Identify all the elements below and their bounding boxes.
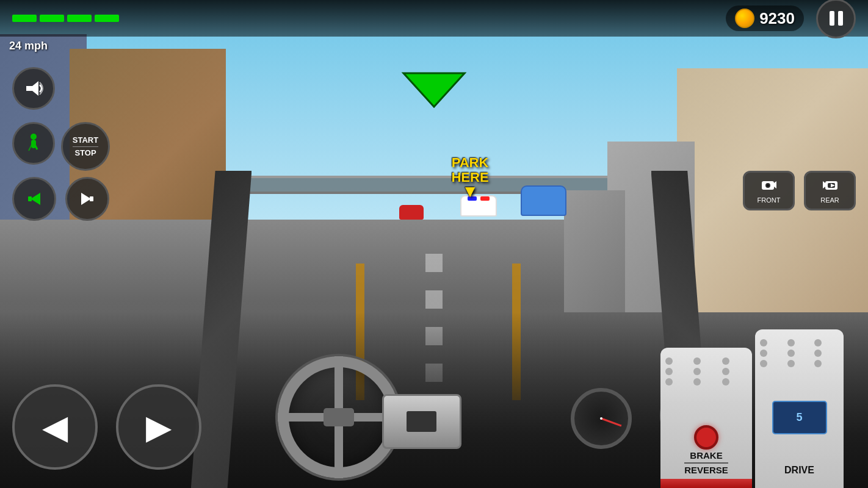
svg-point-13 <box>767 184 769 187</box>
rear-camera-label: REAR <box>820 196 839 204</box>
center-console-block <box>382 394 461 449</box>
steering-controls: ◀ ▶ <box>12 384 201 470</box>
drive-pedal-texture <box>755 334 844 372</box>
drive-indicator-display: 5 <box>772 401 827 434</box>
svg-marker-6 <box>31 193 40 205</box>
health-bar-2 <box>40 15 64 22</box>
pause-button[interactable] <box>816 0 856 38</box>
rear-camera-button[interactable]: REAR <box>804 171 856 210</box>
svg-rect-7 <box>28 196 32 201</box>
score-value: 9230 <box>759 9 795 28</box>
start-stop-button[interactable]: START STOP <box>61 122 110 171</box>
svg-marker-15 <box>823 181 825 188</box>
red-car <box>399 205 424 220</box>
drive-dot-8 <box>787 360 795 367</box>
rear-camera-icon <box>822 178 839 195</box>
drive-dot-3 <box>814 339 822 346</box>
svg-marker-0 <box>403 73 465 107</box>
dot-5 <box>693 368 701 375</box>
steering-center-hub <box>324 408 354 426</box>
dot-9 <box>722 378 729 386</box>
dot-3 <box>722 357 729 365</box>
front-camera-icon <box>761 178 778 195</box>
pause-icon <box>830 11 843 26</box>
health-bar-1 <box>12 15 37 22</box>
speed-display: 24 mph <box>9 40 48 52</box>
health-bar-container <box>12 15 119 22</box>
svg-marker-8 <box>81 193 91 205</box>
drive-dot-9 <box>814 360 822 367</box>
building-right-3 <box>564 190 625 312</box>
dot-4 <box>665 368 673 375</box>
dot-8 <box>693 378 701 386</box>
steer-left-icon: ◀ <box>42 407 68 447</box>
right-turn-button[interactable] <box>65 177 109 221</box>
speedometer <box>571 388 632 449</box>
left-turn-button[interactable] <box>12 177 56 221</box>
health-bar-3 <box>67 15 92 22</box>
brake-label: BRAKE REVERSE <box>684 450 728 477</box>
nav-arrow-indicator <box>397 67 471 112</box>
steer-right-button[interactable]: ▶ <box>116 384 201 470</box>
horn-button[interactable] <box>12 67 55 110</box>
front-camera-button[interactable]: FRONT <box>743 171 795 210</box>
steer-left-button[interactable]: ◀ <box>12 384 98 470</box>
brake-reverse-pedal[interactable]: BRAKE REVERSE <box>660 348 752 488</box>
camera-buttons: FRONT REAR <box>743 171 856 210</box>
pause-bar-2 <box>838 11 843 26</box>
drive-label: DRIVE <box>784 464 814 476</box>
road-right-line <box>512 264 521 400</box>
svg-point-2 <box>31 134 37 140</box>
svg-marker-11 <box>774 181 776 188</box>
top-hud: 9230 <box>0 0 868 37</box>
pedals-container: BRAKE REVERSE 5 DRIVE <box>660 323 868 488</box>
road-center-line <box>425 254 443 400</box>
dot-2 <box>693 357 701 365</box>
front-camera-label: FRONT <box>758 196 781 204</box>
drive-dot-2 <box>787 339 795 346</box>
drive-dot-4 <box>760 350 767 357</box>
steer-right-icon: ▶ <box>146 407 172 447</box>
score-display: 9230 <box>726 5 804 31</box>
drive-dot-6 <box>814 350 822 357</box>
svg-marker-1 <box>26 81 38 96</box>
dot-1 <box>665 357 673 365</box>
blue-car <box>521 185 566 216</box>
turn-signal-buttons <box>12 177 109 221</box>
drive-dot-7 <box>760 360 767 367</box>
brake-bottom-strip <box>660 479 752 488</box>
drive-dot-1 <box>760 339 767 346</box>
drive-pedal[interactable]: 5 DRIVE <box>755 329 844 488</box>
coin-icon <box>735 9 754 28</box>
pause-bar-1 <box>830 11 834 26</box>
seatbelt-button[interactable] <box>12 122 55 165</box>
dot-6 <box>722 368 729 375</box>
park-here-indicator: PARK HERE ▼ <box>451 156 488 199</box>
svg-rect-9 <box>90 196 93 201</box>
dot-7 <box>665 378 673 386</box>
instrument-cluster <box>382 382 602 449</box>
health-bar-4 <box>95 15 119 22</box>
brake-indicator <box>694 425 718 450</box>
brake-pedal-texture <box>660 353 752 390</box>
drive-dot-5 <box>787 350 795 357</box>
